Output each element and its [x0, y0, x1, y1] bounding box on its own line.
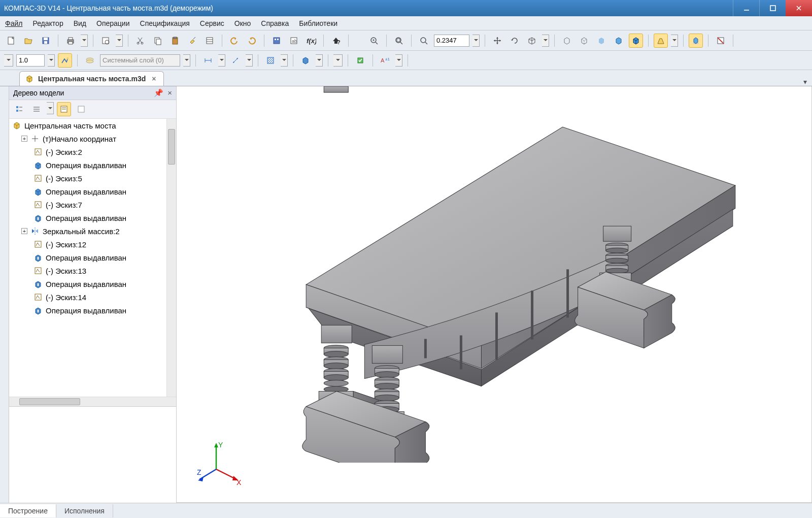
menu-operations[interactable]: Операции: [96, 19, 130, 27]
shaded-icon[interactable]: [612, 34, 626, 48]
close-button[interactable]: [786, 0, 812, 16]
misc-dropdown[interactable]: [333, 54, 343, 67]
orientation-dropdown[interactable]: [542, 35, 549, 47]
lineweight-dropdown[interactable]: [48, 54, 55, 67]
open-button[interactable]: [21, 34, 36, 48]
tolerance-dropdown[interactable]: [395, 54, 402, 67]
shaded-edges-icon[interactable]: [629, 34, 643, 48]
tree-mode2-icon[interactable]: [74, 102, 88, 116]
preview-dropdown[interactable]: [116, 35, 123, 47]
undo-button[interactable]: [227, 34, 242, 48]
document-tab[interactable]: Центральная часть моста.m3d ×: [19, 71, 164, 86]
maximize-button[interactable]: [759, 0, 786, 16]
zoom-fit-icon[interactable]: [392, 34, 406, 48]
shaded-no-edge-icon[interactable]: [594, 34, 608, 48]
dim2-dropdown[interactable]: [246, 54, 253, 67]
tree-node[interactable]: (-) Эскиз:2: [9, 145, 176, 158]
auto-line-icon[interactable]: [58, 53, 72, 68]
manager-button[interactable]: [269, 34, 284, 48]
tree-node[interactable]: (-) Эскиз:12: [9, 238, 176, 251]
menu-editor[interactable]: Редактор: [32, 19, 63, 27]
left-tool-strip[interactable]: [0, 86, 9, 503]
minimize-button[interactable]: [733, 0, 759, 16]
zoom-dropdown[interactable]: [472, 35, 480, 47]
panel-close-icon[interactable]: ×: [167, 88, 172, 98]
tree-node[interactable]: (-) Эскиз:13: [9, 264, 176, 277]
solid-icon[interactable]: [298, 53, 313, 68]
layer-icon[interactable]: [83, 53, 97, 68]
3d-viewport[interactable]: Y X Z: [177, 86, 812, 503]
tab-overflow-icon[interactable]: ▾: [803, 78, 812, 86]
menu-file[interactable]: Файл: [5, 19, 22, 27]
redo-button[interactable]: [245, 34, 259, 48]
shadow-icon[interactable]: [689, 34, 703, 48]
zoom-scale-icon[interactable]: [417, 34, 431, 48]
tree-node[interactable]: Операция выдавливан: [9, 277, 176, 290]
tree-node[interactable]: Операция выдавливан: [9, 185, 176, 198]
tree-node[interactable]: (-) Эскиз:7: [9, 198, 176, 211]
tree-root[interactable]: Центральная часть моста: [9, 119, 176, 132]
pan-icon[interactable]: [490, 34, 504, 48]
help-icon[interactable]: ?: [329, 34, 343, 48]
tree-vscrollbar[interactable]: [166, 119, 176, 397]
expander-icon[interactable]: +: [21, 136, 27, 142]
tolerance-icon[interactable]: A±1: [378, 53, 392, 68]
perspective-icon[interactable]: [654, 34, 668, 48]
pin-icon[interactable]: 📌: [154, 88, 163, 98]
layer-input[interactable]: [100, 54, 180, 67]
dim1-icon[interactable]: [201, 53, 215, 68]
tree-mode1-icon[interactable]: [57, 102, 71, 116]
dim1-dropdown[interactable]: [218, 54, 225, 67]
format-paint-button[interactable]: [185, 34, 199, 48]
fx-button[interactable]: f(x): [304, 34, 318, 48]
properties-button[interactable]: [202, 34, 217, 48]
model-tree[interactable]: Центральная часть моста +(т)Начало коорд…: [9, 119, 176, 397]
orientation-icon[interactable]: [525, 34, 539, 48]
linestyle-dropdown[interactable]: [4, 54, 13, 67]
rotate-icon[interactable]: [507, 34, 522, 48]
copy-button[interactable]: [151, 34, 165, 48]
tree-node[interactable]: +(т)Начало координат: [9, 132, 176, 145]
menu-view[interactable]: Вид: [74, 19, 86, 27]
tree-hscrollbar[interactable]: [9, 397, 176, 406]
menu-window[interactable]: Окно: [234, 19, 251, 27]
hatch-dropdown[interactable]: [281, 54, 288, 67]
tab-close-icon[interactable]: ×: [150, 75, 158, 83]
menu-service[interactable]: Сервис: [200, 19, 224, 27]
menu-specification[interactable]: Спецификация: [140, 19, 190, 27]
wireframe-icon[interactable]: [560, 34, 574, 48]
section-icon[interactable]: [714, 34, 728, 48]
tree-node[interactable]: Операция выдавливан: [9, 158, 176, 172]
tree-filter-dropdown[interactable]: [47, 102, 54, 114]
tree-node[interactable]: +Зеркальный массив:2: [9, 224, 176, 238]
lineweight-input[interactable]: [16, 54, 45, 67]
bottom-tab-executions[interactable]: Исполнения: [56, 504, 113, 517]
new-button[interactable]: [4, 34, 18, 48]
variables-button[interactable]: ab: [287, 34, 301, 48]
layer-dropdown[interactable]: [183, 54, 190, 67]
save-button[interactable]: [39, 34, 53, 48]
preview-button[interactable]: [98, 34, 113, 48]
hatch-icon[interactable]: [263, 53, 278, 68]
tree-filter-icon[interactable]: [29, 102, 44, 116]
tree-node[interactable]: Операция выдавливан: [9, 304, 176, 317]
menu-libraries[interactable]: Библиотеки: [299, 19, 337, 27]
paste-button[interactable]: [168, 34, 182, 48]
perspective-dropdown[interactable]: [671, 35, 678, 47]
tree-node[interactable]: (-) Эскиз:14: [9, 290, 176, 304]
solid-dropdown[interactable]: [316, 54, 323, 67]
zoom-input[interactable]: [434, 35, 469, 47]
tree-display-icon[interactable]: [12, 102, 26, 116]
print-dropdown[interactable]: [81, 35, 88, 47]
tree-node[interactable]: (-) Эскиз:5: [9, 172, 176, 185]
rebuild-icon[interactable]: [353, 53, 367, 68]
print-button[interactable]: [63, 34, 78, 48]
tree-node[interactable]: Операция выдавливан: [9, 211, 176, 224]
dim2-icon[interactable]: [228, 53, 243, 68]
zoom-in-icon[interactable]: [367, 34, 381, 48]
tree-node[interactable]: Операция выдавливан: [9, 251, 176, 264]
hidden-icon[interactable]: [577, 34, 591, 48]
menu-help[interactable]: Справка: [261, 19, 289, 27]
expander-icon[interactable]: +: [21, 228, 27, 234]
cut-button[interactable]: [133, 34, 148, 48]
